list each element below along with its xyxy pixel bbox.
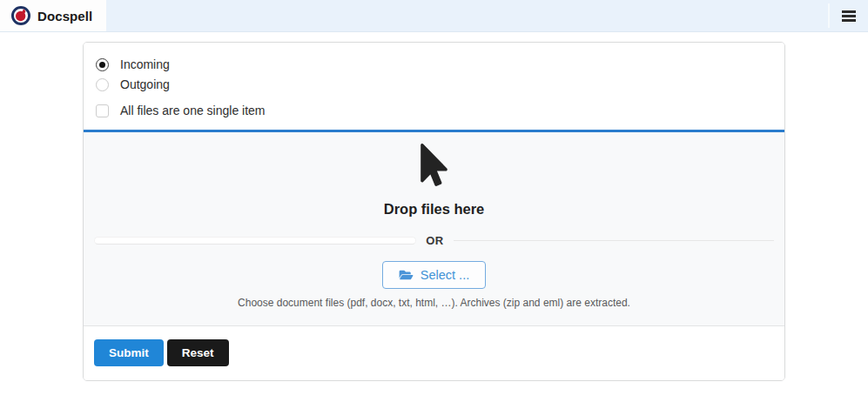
- app-logo-home-link[interactable]: Docspell: [0, 0, 106, 31]
- or-divider-line: [454, 240, 774, 241]
- navbar-spacer: [106, 0, 828, 31]
- select-files-button[interactable]: Select ...: [382, 261, 486, 289]
- hamburger-menu-button[interactable]: [830, 0, 868, 31]
- top-navbar: Docspell: [0, 0, 868, 32]
- radio-outgoing-control[interactable]: [96, 78, 109, 91]
- radio-incoming-control[interactable]: [96, 58, 109, 71]
- folder-open-icon: [399, 269, 414, 281]
- upload-page: Incoming Outgoing All files are one sing…: [0, 42, 868, 381]
- radio-incoming-label: Incoming: [120, 57, 170, 71]
- hamburger-icon: [842, 19, 856, 22]
- mouse-pointer-icon: [421, 144, 447, 190]
- select-files-button-label: Select ...: [421, 268, 469, 282]
- radio-incoming[interactable]: Incoming: [96, 57, 772, 71]
- upload-options-section: Incoming Outgoing All files are one sing…: [84, 43, 784, 132]
- or-divider: OR: [94, 234, 774, 247]
- card-actions: Submit Reset: [84, 326, 784, 380]
- hamburger-icon: [842, 10, 856, 13]
- single-item-checkbox[interactable]: [96, 104, 109, 117]
- hamburger-icon: [842, 15, 856, 17]
- upload-progress-bar: [94, 237, 416, 245]
- dropzone-title: Drop files here: [94, 201, 774, 218]
- app-title: Docspell: [37, 9, 92, 23]
- submit-button[interactable]: Submit: [94, 339, 164, 366]
- radio-outgoing[interactable]: Outgoing: [96, 77, 772, 91]
- file-types-hint: Choose document files (pdf, docx, txt, h…: [94, 297, 774, 309]
- radio-outgoing-label: Outgoing: [120, 77, 170, 91]
- upload-card: Incoming Outgoing All files are one sing…: [83, 42, 785, 381]
- file-dropzone[interactable]: Drop files here OR Select ... Choose doc…: [84, 132, 784, 326]
- or-divider-label: OR: [426, 234, 443, 247]
- docspell-logo-icon: [11, 6, 30, 25]
- single-item-checkbox-row[interactable]: All files are one single item: [96, 104, 772, 117]
- single-item-checkbox-label: All files are one single item: [120, 104, 266, 117]
- reset-button[interactable]: Reset: [167, 339, 229, 366]
